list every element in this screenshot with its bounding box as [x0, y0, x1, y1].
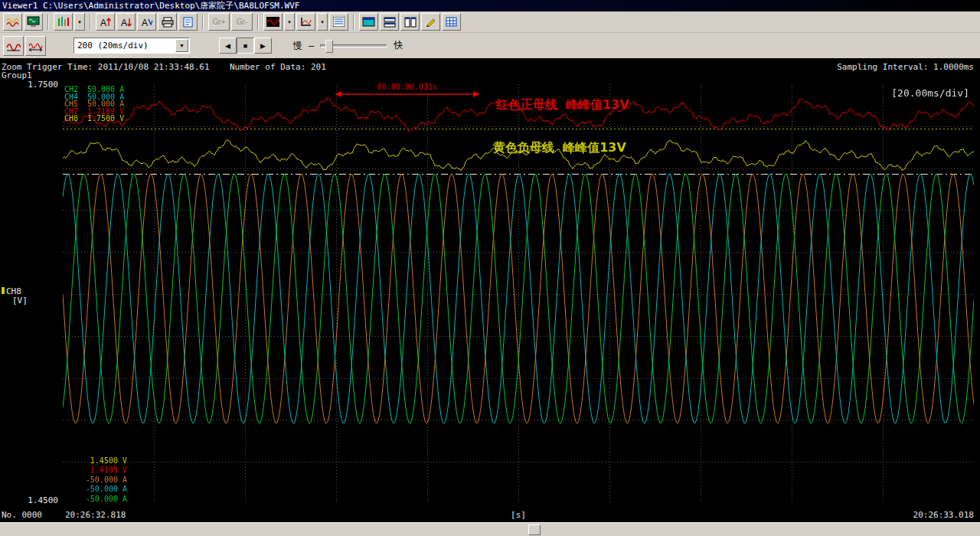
wave-mode-icon	[266, 17, 279, 27]
waveform-panel: Zoom Trigger Time: 2011/10/08 21:33:48.6…	[0, 58, 980, 522]
min-value: 1.4189 V	[67, 466, 127, 475]
tile-horizontal-icon	[384, 17, 396, 28]
zoom-wave-button[interactable]	[3, 36, 24, 56]
data-count-label: Number of Data: 201	[230, 62, 326, 72]
toolbar-separator	[257, 15, 259, 30]
channel-min-values: 1.4500 V 1.4189 V -50.000 A -50.000 A -5…	[67, 456, 127, 504]
shrink-vertical-button[interactable]: A	[116, 13, 136, 31]
main-toolbar: A A A Gr+ Gr-	[0, 11, 980, 33]
scrollbar-thumb[interactable]	[528, 525, 541, 535]
play-back-button[interactable]: ◀	[219, 38, 237, 54]
sampling-interval-label: Sampling Interval: 1.0000ms	[837, 62, 974, 72]
edit-annotation-button[interactable]	[421, 13, 440, 31]
record-number-label: No. 0000	[2, 510, 42, 520]
grid-icon	[446, 17, 457, 27]
group-plus-button[interactable]: Gr+	[208, 13, 230, 31]
crt-display-icon	[27, 16, 40, 28]
speed-slider-thumb[interactable]	[325, 40, 333, 53]
document-icon	[183, 17, 193, 28]
stop-button[interactable]: ■	[237, 38, 254, 54]
red-wave-range-icon	[28, 40, 43, 52]
expand-a-icon: A	[100, 17, 112, 28]
print-button[interactable]	[158, 13, 177, 31]
time-span-arrow-icon	[335, 90, 480, 98]
min-value: -50.000 A	[67, 476, 127, 485]
channel-color-chip	[2, 287, 5, 294]
zoom-wave-range-button[interactable]	[25, 36, 46, 56]
toolbar-separator	[47, 15, 49, 30]
toolbar-separator	[353, 15, 354, 30]
ms-per-div-label: [20.00ms/div]	[891, 87, 969, 99]
zoom-range-combobox[interactable]: 200 (20ms/div)	[74, 38, 190, 54]
selected-channel-unit: [V]	[12, 296, 28, 306]
zoom-range-value: 200 (20ms/div)	[74, 41, 175, 51]
tile-horizontal-button[interactable]	[380, 13, 399, 31]
cursor-measure-button[interactable]: A	[137, 13, 156, 31]
play-forward-button[interactable]: ▶	[254, 38, 272, 54]
speed-minus-tick: –	[309, 41, 314, 51]
waveform-pair-icon	[6, 17, 19, 28]
plot-area[interactable]: CH250.000 A CH450.000 A CH550.000 A CH71…	[63, 84, 974, 504]
single-window-button[interactable]	[359, 13, 378, 31]
red-wave-icon	[6, 40, 21, 52]
axis-scale-icon	[300, 17, 312, 27]
grid-settings-button[interactable]	[442, 13, 461, 31]
open-waveform-button[interactable]	[3, 13, 22, 31]
channel-list-dropdown[interactable]	[74, 13, 85, 31]
group-minus-button[interactable]: Gr-	[231, 13, 253, 31]
expand-vertical-button[interactable]: A	[96, 13, 115, 31]
time-unit-label: [s]	[63, 510, 974, 520]
yellow-bus-annotation: 黄色负母线 峰峰值13V	[493, 140, 626, 156]
playback-controls: ◀ ■ ▶	[219, 38, 272, 54]
horizontal-scrollbar[interactable]	[0, 522, 980, 536]
numeric-list-icon	[333, 17, 345, 27]
toolbar-separator	[202, 15, 204, 30]
channel-bars-icon	[57, 17, 69, 27]
fast-label: 快	[394, 39, 403, 52]
speed-control: 慢 – 快	[293, 39, 403, 52]
shrink-a-icon: A	[120, 17, 132, 28]
new-view-button[interactable]	[178, 13, 198, 31]
wave-mode-dropdown[interactable]	[284, 13, 295, 31]
numeric-view-button[interactable]	[329, 13, 348, 31]
svg-text:A: A	[121, 18, 127, 28]
min-value: -50.000 A	[67, 495, 127, 504]
toolbar-separator	[90, 15, 91, 30]
min-value: 1.4500 V	[67, 456, 127, 466]
min-value: -50.000 A	[67, 485, 127, 494]
red-bus-annotation: 红色正母线 峰峰值13V	[496, 97, 629, 113]
legend-row: CH81.7500 V	[64, 115, 124, 123]
slow-label: 慢	[293, 39, 302, 52]
scale-mode-dropdown[interactable]	[317, 13, 328, 31]
trigger-time-label: Zoom Trigger Time: 2011/10/08 21:33:48.6…	[2, 62, 210, 72]
window-title: Viewer1 C:\Users\Administrator\Desktop\唐…	[2, 1, 299, 11]
y-axis-top-label: 1.7500	[18, 80, 58, 90]
zoom-toolbar: 200 (20ms/div) ◀ ■ ▶ 慢 – 快	[0, 33, 980, 58]
monitor-icon	[362, 17, 375, 28]
svg-text:A: A	[100, 18, 106, 28]
wave-mode-button[interactable]	[263, 13, 283, 31]
zoom-range-dropdown[interactable]	[175, 39, 188, 52]
channel-list-button[interactable]	[54, 13, 73, 31]
scale-mode-button[interactable]	[296, 13, 315, 31]
speed-slider-track[interactable]	[320, 44, 387, 47]
title-bar: Viewer1 C:\Users\Administrator\Desktop\唐…	[0, 0, 980, 11]
tile-vertical-button[interactable]	[400, 13, 420, 31]
pencil-icon	[425, 17, 436, 28]
tile-vertical-icon	[404, 17, 416, 28]
end-time-label: 20:26:33.018	[913, 510, 974, 520]
channel-legend: CH250.000 A CH450.000 A CH550.000 A CH71…	[64, 86, 124, 123]
cursor-a-icon: A	[141, 17, 153, 28]
y-axis-bottom-label: 1.4500	[18, 495, 58, 505]
printer-icon	[162, 17, 174, 28]
svg-text:A: A	[142, 18, 148, 28]
display-settings-button[interactable]	[24, 13, 43, 31]
